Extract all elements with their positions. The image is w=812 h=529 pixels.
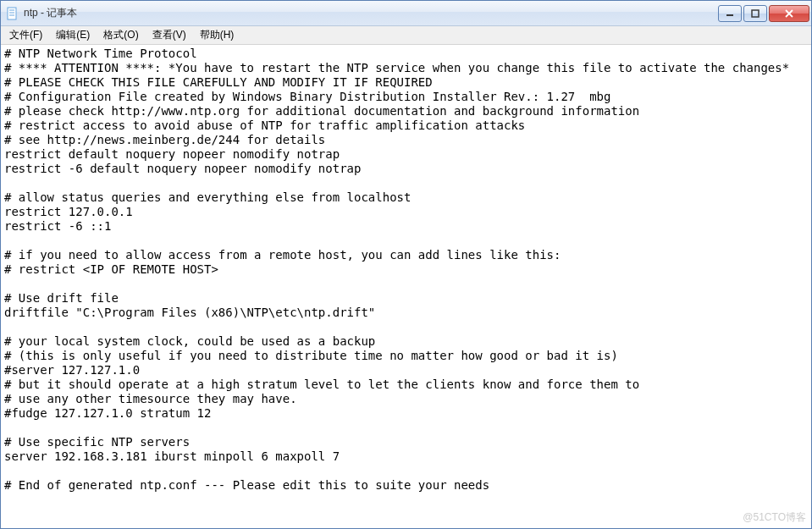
window-title: ntp - 记事本 [24, 6, 77, 20]
menu-view[interactable]: 查看(V) [146, 26, 193, 44]
svg-rect-4 [726, 14, 733, 16]
menu-file[interactable]: 文件(F) [3, 26, 49, 44]
svg-rect-5 [752, 10, 759, 17]
editor-text[interactable]: # NTP Network Time Protocol # **** ATTEN… [4, 47, 809, 493]
menu-format[interactable]: 格式(O) [97, 26, 145, 44]
menu-edit[interactable]: 编辑(E) [49, 26, 97, 44]
menu-help[interactable]: 帮助(H) [193, 26, 241, 44]
close-button[interactable] [769, 5, 809, 22]
svg-rect-0 [8, 8, 16, 19]
menu-bar: 文件(F) 编辑(E) 格式(O) 查看(V) 帮助(H) [1, 26, 812, 45]
minimize-button[interactable] [718, 5, 742, 22]
notepad-icon [6, 7, 19, 20]
maximize-button[interactable] [743, 5, 767, 22]
window-controls [716, 5, 809, 22]
window-titlebar[interactable]: ntp - 记事本 [1, 1, 812, 26]
editor-area[interactable]: # NTP Network Time Protocol # **** ATTEN… [1, 45, 812, 529]
